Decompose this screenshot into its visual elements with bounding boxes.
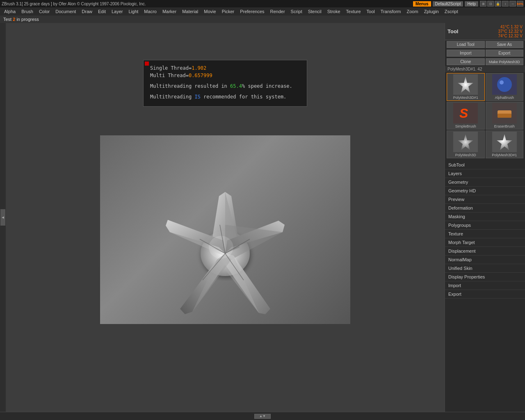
menu-transform[interactable]: Transform	[378, 8, 404, 15]
main-layout: ◄ Single Thread=1.902 Multi Thread=0.657…	[0, 23, 525, 412]
status-text: Test 2 in progress	[3, 17, 39, 22]
svg-rect-12	[498, 114, 511, 118]
menu-zoom[interactable]: Zoom	[404, 8, 421, 15]
import-button[interactable]: Import	[447, 50, 485, 57]
menu-alpha[interactable]: Alpha	[2, 8, 18, 15]
section-texture[interactable]: Texture	[445, 230, 525, 238]
app-title: ZBrush 3.1[ 25 grace days ] by Ofer Alon…	[2, 2, 413, 6]
menu-light[interactable]: Light	[126, 8, 141, 15]
svg-marker-14	[497, 134, 512, 150]
svg-point-9	[500, 80, 504, 84]
alphabrush-icon	[492, 74, 517, 95]
left-collapse-arrow[interactable]: ◄	[0, 209, 5, 226]
section-masking[interactable]: Masking	[445, 212, 525, 221]
benchmark-dialog: Single Thread=1.902 Multi Thread=0.65799…	[143, 60, 307, 107]
thumb-polymesh3d1[interactable]: PolyMesh3D#1	[447, 73, 485, 101]
icon1[interactable]: ⊞	[480, 1, 486, 7]
simplebrush-icon: S	[453, 103, 478, 123]
dialog-line-2: Multi Thread=0.657999	[150, 73, 300, 78]
section-preview[interactable]: Preview	[445, 195, 525, 204]
menu-texture[interactable]: Texture	[344, 8, 363, 15]
menus-button[interactable]: Menus	[413, 1, 431, 7]
menu-render[interactable]: Render	[268, 8, 288, 15]
alphabrush-label: AlphaBrush	[495, 96, 514, 100]
menu-marker[interactable]: Marker	[160, 8, 179, 15]
menu-edit[interactable]: Edit	[96, 8, 108, 15]
panel-sections-list: SubTool Layers Geometry Geometry HD Prev…	[445, 159, 525, 412]
section-display-properties[interactable]: Display Properties	[445, 273, 525, 281]
section-geometry[interactable]: Geometry	[445, 178, 525, 187]
thumb-simplebrush[interactable]: S SimpleBrush	[447, 102, 485, 130]
simplebrush-label: SimpleBrush	[455, 124, 476, 128]
dialog-line-1: Single Thread=1.902	[150, 65, 300, 71]
thumb-eraserbrush[interactable]: EraserBrush	[486, 102, 524, 130]
clone-make-row: Clone Make PolyMesh3D	[445, 57, 525, 66]
menu-document[interactable]: Document	[53, 8, 78, 15]
section-geometry-hd[interactable]: Geometry HD	[445, 187, 525, 195]
help-button[interactable]: Help	[465, 1, 478, 7]
menu-preferences[interactable]: Preferences	[237, 8, 267, 15]
icon5[interactable]: ↔	[509, 1, 516, 7]
menu-script[interactable]: Script	[288, 8, 305, 15]
tool-title: Tool	[447, 28, 458, 34]
import-export-row: Import Export	[445, 49, 525, 57]
export-button[interactable]: Export	[486, 50, 524, 57]
polymesh3d1-icon	[453, 74, 478, 95]
scroll-indicator[interactable]: ▲▼	[254, 414, 271, 419]
3d-viewport[interactable]	[100, 135, 350, 324]
temp-display: 41°C 1.32 V 37°C 12.32 V 74°C 12.32 V	[498, 25, 523, 38]
menu-stroke[interactable]: Stroke	[325, 8, 343, 15]
eraserbrush-icon	[492, 103, 517, 123]
icon6: 84%	[517, 1, 523, 7]
section-polygroups[interactable]: Polygroups	[445, 221, 525, 230]
section-normalmap[interactable]: NormalMap	[445, 256, 525, 264]
menu-material[interactable]: Material	[180, 8, 201, 15]
tool-thumbs-grid: PolyMesh3D#1 AlphaBrush S SimpleBrus	[445, 72, 525, 159]
menubar: Alpha Brush Color Document Draw Edit Lay…	[0, 7, 525, 16]
bottom-scrollbar: ▲▼	[0, 412, 525, 420]
menu-draw[interactable]: Draw	[79, 8, 95, 15]
polymesh3d-alt-icon	[492, 132, 517, 152]
menu-zscript[interactable]: Zscript	[442, 8, 461, 15]
menu-picker[interactable]: Picker	[219, 8, 237, 15]
svg-marker-13	[458, 134, 473, 150]
statusbar: Test 2 in progress	[0, 16, 525, 23]
section-morph-target[interactable]: Morph Target	[445, 238, 525, 247]
clone-button[interactable]: Clone	[447, 58, 485, 65]
load-tool-button[interactable]: Load Tool	[447, 41, 485, 48]
svg-text:S: S	[459, 106, 468, 121]
menu-stencil[interactable]: Stencil	[306, 8, 324, 15]
section-unified-skin[interactable]: Unified Skin	[445, 264, 525, 273]
thumb-polymesh3d[interactable]: PolyMesh3D	[447, 130, 485, 158]
menu-zplugin[interactable]: Zplugin	[422, 8, 441, 15]
svg-point-1	[209, 236, 233, 259]
polymesh3d-label: PolyMesh3D	[455, 153, 476, 157]
icon4[interactable]: ↕	[502, 1, 509, 7]
section-deformation[interactable]: Deformation	[445, 204, 525, 212]
menu-layer[interactable]: Layer	[109, 8, 126, 15]
section-export[interactable]: Export	[445, 290, 525, 299]
section-import[interactable]: Import	[445, 281, 525, 290]
save-as-button[interactable]: Save As	[486, 41, 524, 48]
menu-brush[interactable]: Brush	[19, 8, 36, 15]
icon2[interactable]: ⊡	[487, 1, 494, 7]
system-topbar: ZBrush 3.1[ 25 grace days ] by Ofer Alon…	[0, 0, 525, 7]
section-subtool[interactable]: SubTool	[445, 161, 525, 169]
make-polymesh-button[interactable]: Make PolyMesh3D	[486, 58, 524, 65]
polymesh3d-alt-label: PolyMesh3D#1	[492, 153, 517, 157]
section-displacement[interactable]: Displacement	[445, 247, 525, 256]
tool-panel-header: Tool 41°C 1.32 V 37°C 12.32 V 74°C 12.32…	[445, 23, 525, 40]
load-save-row: Load Tool Save As	[445, 40, 525, 49]
menu-tool[interactable]: Tool	[364, 8, 377, 15]
thumb-polymesh3d-alt[interactable]: PolyMesh3D#1	[486, 130, 524, 158]
dialog-close-button[interactable]	[145, 62, 149, 66]
menu-movie[interactable]: Movie	[201, 8, 218, 15]
right-tool-panel: Tool 41°C 1.32 V 37°C 12.32 V 74°C 12.32…	[445, 23, 525, 412]
default2script-button[interactable]: Default2Script	[433, 1, 463, 7]
polymesh-label: PolyMesh3D#1. 42	[445, 66, 525, 72]
icon3[interactable]: 🔒	[495, 1, 501, 7]
menu-color[interactable]: Color	[37, 8, 52, 15]
menu-macro[interactable]: Macro	[142, 8, 159, 15]
section-layers[interactable]: Layers	[445, 169, 525, 178]
thumb-alphabrush[interactable]: AlphaBrush	[486, 73, 524, 101]
